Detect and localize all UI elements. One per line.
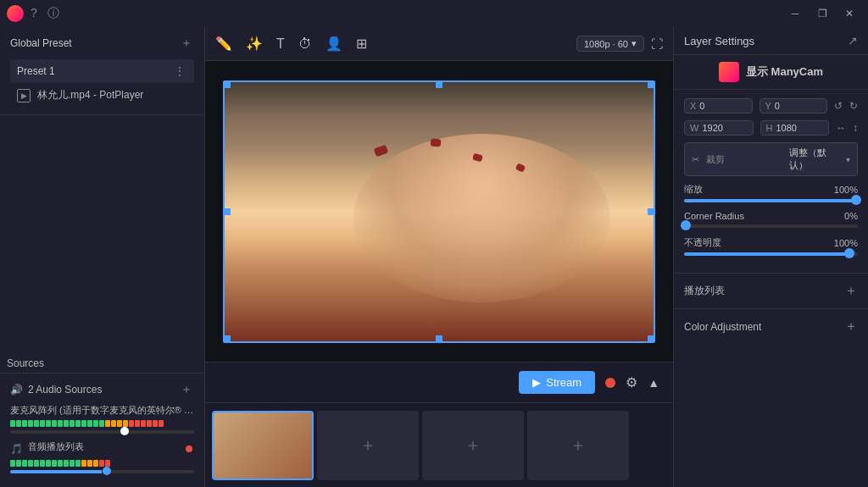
- y-label: Y: [765, 101, 771, 111]
- text-tool-icon[interactable]: T: [276, 36, 285, 52]
- fullscreen-button[interactable]: ⛶: [651, 37, 663, 51]
- record-button[interactable]: [605, 378, 615, 388]
- resize-handle-br[interactable]: [648, 335, 654, 342]
- reset-position-icon[interactable]: ↺: [834, 100, 843, 112]
- pen-tool-icon[interactable]: ✏️: [215, 36, 232, 52]
- stream-button[interactable]: ▶ Stream: [519, 371, 595, 394]
- color-adjustment-section[interactable]: Color Adjustment ＋: [674, 308, 868, 344]
- sync-position-icon[interactable]: ↻: [849, 100, 858, 112]
- person-tool-icon[interactable]: 👤: [326, 36, 342, 52]
- close-button[interactable]: ✕: [837, 2, 861, 25]
- playlist-section[interactable]: 播放列表 ＋: [674, 273, 868, 308]
- audio-name-1: 麦克风阵列 (适用于数字麦克风的英特尔® 智...: [10, 404, 197, 417]
- video-content: [225, 82, 654, 341]
- volume-slider-1[interactable]: [10, 430, 194, 434]
- info-icon[interactable]: ⓘ: [47, 6, 59, 21]
- sources-area: Sources: [0, 115, 204, 373]
- resize-handle-tm[interactable]: [436, 81, 442, 88]
- level-bar-2: [10, 460, 194, 467]
- layer-settings-body: X 0 Y 0 ↺ ↻ W 1920 H 1080: [674, 90, 868, 273]
- video-frame: [223, 80, 655, 343]
- scale-value: 100%: [834, 185, 858, 195]
- resolution-button[interactable]: 1080p · 60 ▾: [576, 36, 644, 52]
- corner-radius-label: Corner Radius: [684, 211, 744, 221]
- grid-tool-icon[interactable]: ⊞: [356, 36, 367, 52]
- right-panel: Layer Settings ↗ 显示 ManyCam X 0 Y 0 ↺: [673, 27, 868, 487]
- export-icon[interactable]: ↗: [848, 34, 858, 47]
- preset-item[interactable]: Preset 1 ⋮: [10, 59, 194, 83]
- scale-thumb[interactable]: [851, 195, 861, 205]
- crop-icon: ✂: [692, 154, 699, 165]
- playlist-expand-icon[interactable]: ＋: [844, 282, 858, 300]
- volume-slider-2[interactable]: [10, 470, 194, 473]
- manycam-brand: 显示 ManyCam: [719, 62, 823, 82]
- resize-handle-tl[interactable]: [224, 81, 231, 88]
- settings-icon[interactable]: ⚙: [626, 374, 637, 390]
- bottom-controls: ▶ Stream ⚙ ▲: [205, 362, 673, 402]
- source-item[interactable]: ▶ 林允儿.mp4 - PotPlayer: [10, 83, 194, 108]
- adjust-label: 调整（默认）: [789, 147, 840, 172]
- minimize-button[interactable]: ─: [783, 2, 807, 25]
- thumbnail-item-4[interactable]: ＋: [527, 411, 629, 480]
- resize-handle-mr[interactable]: [648, 208, 654, 215]
- corner-radius-thumb[interactable]: [681, 220, 691, 230]
- volume-thumb-2[interactable]: [103, 467, 111, 475]
- resize-handle-ml[interactable]: [224, 208, 231, 215]
- app-logo-icon: [7, 5, 24, 22]
- color-adj-expand-icon[interactable]: ＋: [844, 318, 858, 335]
- brand-name-label: 显示 ManyCam: [746, 64, 823, 80]
- scale-slider[interactable]: [684, 199, 858, 202]
- timer-tool-icon[interactable]: ⏱: [298, 36, 312, 52]
- playlist-label: 播放列表: [684, 284, 725, 298]
- y-value: 0: [775, 101, 821, 111]
- chevron-up-icon[interactable]: ▲: [648, 376, 659, 390]
- window-controls: ─ ❐ ✕: [783, 2, 861, 25]
- level-bar-1: [10, 420, 194, 427]
- magic-tool-icon[interactable]: ✨: [246, 36, 263, 52]
- crop-chevron-icon[interactable]: ▾: [846, 155, 850, 164]
- x-value: 0: [699, 101, 746, 111]
- toolbar-right: 1080p · 60 ▾ ⛶: [576, 36, 663, 52]
- crop-label: 裁剪: [706, 153, 725, 166]
- resize-handle-bm[interactable]: [436, 335, 442, 342]
- right-panel-header: Layer Settings ↗: [674, 27, 868, 55]
- add-audio-button[interactable]: ＋: [179, 380, 194, 399]
- preview-area: [205, 61, 673, 362]
- stream-label: Stream: [546, 376, 581, 389]
- thumbnail-item-3[interactable]: ＋: [422, 411, 524, 480]
- audio-header: 🔊 2 Audio Sources ＋: [10, 380, 194, 399]
- x-label: X: [690, 101, 696, 111]
- opacity-fill: [684, 252, 849, 256]
- opacity-thumb[interactable]: [844, 248, 854, 258]
- resolution-chevron-icon: ▾: [632, 38, 637, 49]
- opacity-slider[interactable]: [684, 252, 858, 256]
- opacity-value: 100%: [834, 238, 858, 248]
- mic-icon: 🎵: [10, 443, 23, 455]
- resize-handle-tr[interactable]: [648, 81, 654, 88]
- sources-label: Sources: [7, 357, 44, 369]
- corner-radius-slider[interactable]: [684, 224, 858, 228]
- help-icon[interactable]: ?: [31, 6, 37, 21]
- title-bar: ? ⓘ ─ ❐ ✕: [0, 0, 868, 27]
- add-preset-button[interactable]: ＋: [179, 34, 194, 53]
- stream-icon: ▶: [532, 376, 541, 389]
- preset-menu-icon[interactable]: ⋮: [172, 63, 187, 80]
- brand-row: 显示 ManyCam: [674, 55, 868, 90]
- center-panel: ✏️ ✨ T ⏱ 👤 ⊞ 1080p · 60 ▾ ⛶: [205, 27, 673, 487]
- thumbnail-item-1[interactable]: [212, 411, 314, 480]
- toolbar: ✏️ ✨ T ⏱ 👤 ⊞ 1080p · 60 ▾ ⛶: [205, 27, 673, 61]
- corner-radius-header: Corner Radius 0%: [684, 211, 858, 221]
- volume-thumb-1[interactable]: [120, 427, 129, 435]
- scale-header: 缩放 100%: [684, 183, 858, 196]
- thumbnail-item-2[interactable]: ＋: [317, 411, 419, 480]
- corner-radius-section: Corner Radius 0%: [684, 211, 858, 228]
- global-preset-label: Global Preset: [10, 37, 72, 49]
- fit-width-icon[interactable]: ↔: [836, 122, 846, 134]
- resize-handle-bl[interactable]: [224, 335, 231, 342]
- add-scene-icon-4: ＋: [570, 434, 587, 457]
- fit-height-icon[interactable]: ↕: [853, 122, 858, 134]
- y-field: Y 0: [760, 98, 828, 113]
- w-label: W: [690, 123, 698, 133]
- maximize-button[interactable]: ❐: [810, 2, 834, 25]
- crop-row[interactable]: ✂ 裁剪 调整（默认） ▾: [684, 142, 858, 176]
